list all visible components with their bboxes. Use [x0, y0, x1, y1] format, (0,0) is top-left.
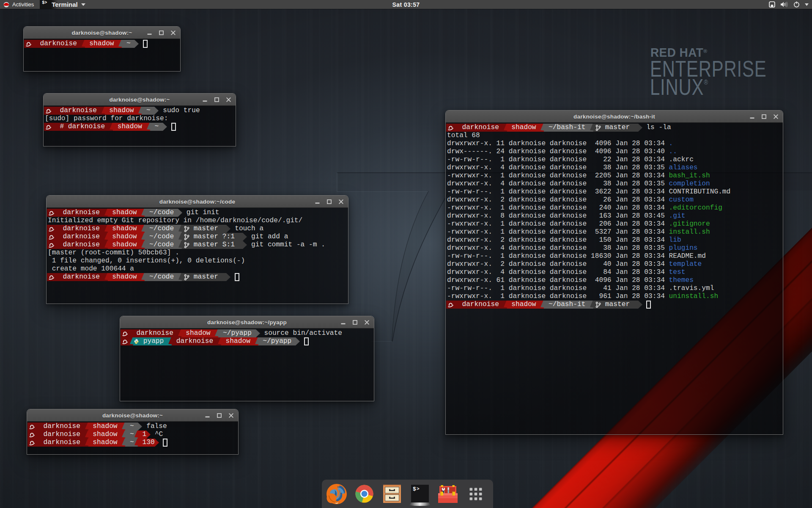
- svg-text:$: $: [413, 486, 416, 492]
- svg-text:>: >: [417, 486, 420, 491]
